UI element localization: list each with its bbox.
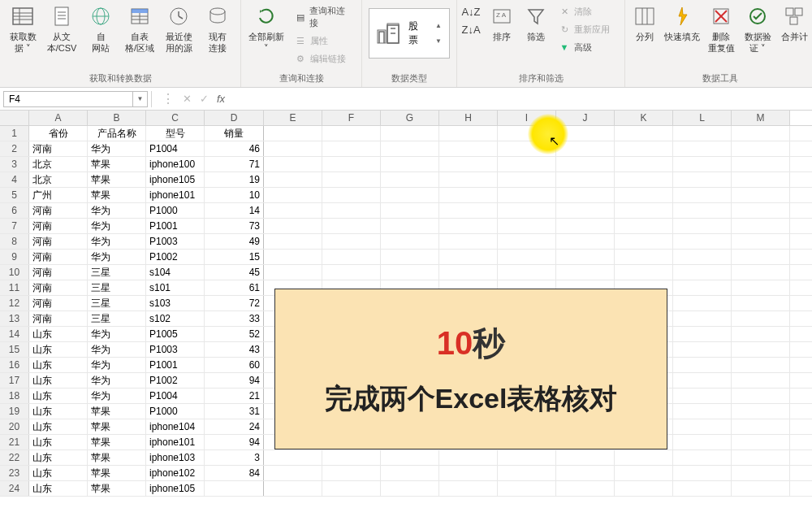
cell[interactable]: s103	[146, 296, 205, 310]
queries-connections-button[interactable]: ▤查询和连接	[291, 3, 356, 31]
cell[interactable]: 产品名称	[88, 126, 146, 141]
cell[interactable]: 华为	[88, 389, 146, 403]
cell[interactable]: 河南	[29, 250, 88, 264]
cell[interactable]: 山东	[29, 450, 88, 465]
cell[interactable]: 19	[205, 172, 264, 187]
cell[interactable]	[615, 450, 673, 465]
cell[interactable]: 46	[205, 141, 264, 156]
cell[interactable]: 33	[205, 311, 264, 326]
cell[interactable]: P1003	[146, 342, 205, 357]
cell[interactable]	[439, 219, 498, 233]
row-header[interactable]: 8	[0, 234, 29, 249]
row-header[interactable]: 9	[0, 250, 29, 264]
cell[interactable]	[673, 203, 732, 218]
spinner[interactable]: ▲▼	[435, 22, 444, 45]
cell[interactable]: 60	[205, 358, 264, 372]
column-header-K[interactable]: K	[615, 111, 673, 125]
row-header[interactable]: 6	[0, 203, 29, 218]
clear-button[interactable]: ✕清除	[555, 3, 620, 20]
cell[interactable]	[322, 265, 381, 280]
cell[interactable]	[615, 265, 673, 280]
cell[interactable]	[439, 250, 498, 264]
cell[interactable]	[439, 157, 498, 172]
cell[interactable]	[381, 466, 439, 480]
stock-type-button[interactable]: 股票 ▲▼	[369, 8, 450, 59]
cell[interactable]	[264, 450, 322, 465]
cell[interactable]: 3	[205, 450, 264, 465]
flash-fill-button[interactable]: 快速填充	[661, 2, 703, 45]
row-header[interactable]: 12	[0, 296, 29, 310]
cell[interactable]	[732, 265, 790, 280]
cell[interactable]: 45	[205, 265, 264, 280]
cell[interactable]	[498, 234, 556, 249]
cell[interactable]	[381, 126, 439, 141]
cell[interactable]	[615, 466, 673, 480]
column-header-J[interactable]: J	[556, 111, 615, 125]
cell[interactable]: 苹果	[88, 188, 146, 202]
cell[interactable]	[615, 234, 673, 249]
cell[interactable]	[498, 126, 556, 141]
cell[interactable]: 北京	[29, 172, 88, 187]
cell[interactable]: 省份	[29, 126, 88, 141]
from-table-button[interactable]: 自表 格/区域	[120, 2, 159, 56]
cell[interactable]	[322, 188, 381, 202]
cell[interactable]	[732, 358, 790, 372]
cell[interactable]	[732, 141, 790, 156]
cell[interactable]: P1000	[146, 404, 205, 419]
row-header[interactable]: 23	[0, 466, 29, 480]
cell[interactable]: iphone101	[146, 435, 205, 449]
cell[interactable]: 华为	[88, 250, 146, 264]
cell[interactable]	[556, 265, 615, 280]
cell[interactable]: 山东	[29, 435, 88, 449]
cell[interactable]: 三星	[88, 280, 146, 295]
cell[interactable]	[556, 141, 615, 156]
cell[interactable]: 10	[205, 188, 264, 202]
cell[interactable]: 31	[205, 404, 264, 419]
cell[interactable]	[322, 157, 381, 172]
cell[interactable]: 河南	[29, 234, 88, 249]
cell[interactable]	[732, 250, 790, 264]
cell[interactable]: P1004	[146, 141, 205, 156]
cell[interactable]: 61	[205, 280, 264, 295]
cell[interactable]	[615, 250, 673, 264]
edit-links-button[interactable]: ⚙编辑链接	[291, 50, 356, 67]
cell[interactable]: 苹果	[88, 450, 146, 465]
cell[interactable]	[439, 234, 498, 249]
cell[interactable]	[673, 342, 732, 357]
from-web-button[interactable]: 自 网站	[81, 2, 120, 56]
cell[interactable]	[732, 311, 790, 326]
cell[interactable]	[322, 141, 381, 156]
row-header[interactable]: 4	[0, 172, 29, 187]
sort-asc-button[interactable]: A↓Z	[462, 5, 483, 18]
row-header[interactable]: 2	[0, 141, 29, 156]
cell[interactable]	[673, 419, 732, 434]
cell[interactable]	[615, 219, 673, 233]
cell[interactable]	[732, 419, 790, 434]
data-validation-button[interactable]: 数据验 证 ˅	[739, 2, 776, 56]
row-header[interactable]: 5	[0, 188, 29, 202]
row-header[interactable]: 19	[0, 404, 29, 419]
from-csv-button[interactable]: 从文 本/CSV	[42, 2, 81, 56]
cell[interactable]	[439, 126, 498, 141]
cell[interactable]	[264, 141, 322, 156]
cell[interactable]	[732, 188, 790, 202]
existing-conn-button[interactable]: 现有 连接	[198, 2, 237, 56]
cell[interactable]	[439, 172, 498, 187]
cell[interactable]	[322, 250, 381, 264]
column-header-D[interactable]: D	[205, 111, 264, 125]
row-header[interactable]: 18	[0, 389, 29, 403]
cell[interactable]	[264, 157, 322, 172]
cell[interactable]	[556, 188, 615, 202]
cell[interactable]	[732, 296, 790, 310]
cell[interactable]	[381, 141, 439, 156]
cell[interactable]	[615, 188, 673, 202]
row-header[interactable]: 1	[0, 126, 29, 141]
cell[interactable]: P1001	[146, 219, 205, 233]
cell[interactable]: P1002	[146, 250, 205, 264]
cell[interactable]	[381, 157, 439, 172]
cell[interactable]	[673, 172, 732, 187]
cell[interactable]	[264, 250, 322, 264]
cell[interactable]: 河南	[29, 141, 88, 156]
cell[interactable]: 24	[205, 419, 264, 434]
cell[interactable]: 苹果	[88, 481, 146, 496]
